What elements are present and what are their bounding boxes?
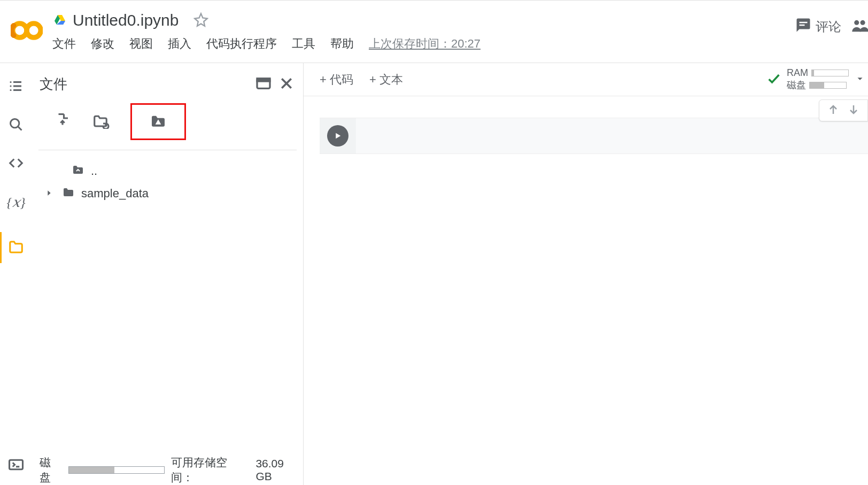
main-area: + 代码 + 文本 RAM 磁盘 [304, 63, 868, 485]
mount-drive-icon[interactable] [148, 112, 168, 131]
folder-label: sample_data [81, 187, 149, 201]
svg-point-1 [27, 24, 41, 37]
svg-rect-14 [10, 460, 23, 469]
left-rail: {𝑥} [0, 63, 32, 485]
variables-icon[interactable]: {𝑥} [6, 194, 25, 211]
disk-label: 磁盘 [40, 455, 62, 485]
menu-view[interactable]: 视图 [129, 36, 153, 52]
main-toolbar: + 代码 + 文本 RAM 磁盘 [304, 63, 868, 96]
connection-status[interactable]: RAM 磁盘 [766, 67, 866, 91]
close-icon[interactable] [278, 75, 294, 93]
parent-folder-row[interactable]: .. [40, 160, 296, 182]
disk-status: 磁盘 可用存储空间： 36.09 GB [32, 451, 303, 485]
new-window-icon[interactable] [255, 75, 272, 94]
upload-file-icon[interactable] [55, 112, 71, 132]
folder-icon [61, 186, 76, 202]
files-icon[interactable] [8, 239, 24, 257]
move-up-icon[interactable] [827, 103, 840, 118]
svg-rect-17 [257, 79, 270, 81]
comment-icon [795, 17, 811, 36]
svg-point-5 [861, 20, 865, 25]
file-panel-title: 文件 [40, 75, 252, 94]
svg-rect-3 [800, 24, 805, 26]
menu-tools[interactable]: 工具 [292, 36, 315, 52]
document-title[interactable]: Untitled0.ipynb [73, 11, 179, 29]
menu-insert[interactable]: 插入 [168, 36, 191, 52]
svg-line-13 [18, 127, 22, 130]
star-icon[interactable] [193, 12, 208, 29]
disk-bar-2 [809, 82, 847, 89]
run-cell-button[interactable] [320, 118, 356, 153]
menu-bar: 文件 修改 视图 插入 代码执行程序 工具 帮助 上次保存时间：20:27 [52, 36, 795, 52]
chevron-right-icon[interactable] [45, 187, 56, 201]
ram-bar [811, 70, 849, 76]
disk-available-label: 可用存储空间： [171, 455, 250, 485]
menu-edit[interactable]: 修改 [91, 36, 114, 52]
share-icon[interactable] [850, 17, 868, 36]
add-text-button[interactable]: + 文本 [369, 72, 403, 88]
ram-label: RAM [787, 67, 808, 79]
folder-up-icon [71, 163, 86, 179]
drive-icon [52, 13, 67, 28]
code-input[interactable] [356, 118, 868, 153]
disk-usage-bar [68, 466, 165, 474]
search-icon[interactable] [9, 117, 24, 134]
mount-drive-highlight [130, 103, 186, 140]
terminal-icon[interactable] [8, 457, 24, 474]
menu-help[interactable]: 帮助 [330, 36, 354, 52]
toc-icon[interactable] [8, 78, 24, 96]
file-panel: 文件 [32, 63, 304, 485]
move-down-icon[interactable] [847, 103, 860, 118]
menu-file[interactable]: 文件 [52, 36, 76, 52]
svg-point-4 [854, 20, 859, 25]
code-snippets-icon[interactable] [8, 155, 24, 173]
chevron-down-icon[interactable] [854, 73, 866, 86]
menu-runtime[interactable]: 代码执行程序 [206, 36, 277, 52]
cell-actions [819, 99, 868, 121]
play-icon [327, 125, 348, 147]
folder-row-sample-data[interactable]: sample_data [40, 182, 296, 205]
save-status[interactable]: 上次保存时间：20:27 [369, 36, 480, 52]
disk-available-value: 36.09 GB [255, 457, 303, 483]
colab-logo-icon [11, 11, 52, 48]
header: Untitled0.ipynb 文件 修改 视图 插入 代码执行程序 工具 帮助… [0, 0, 868, 63]
check-icon [766, 71, 781, 88]
parent-folder-label: .. [91, 164, 97, 178]
comment-button[interactable]: 评论 [795, 17, 841, 36]
comment-label: 评论 [816, 18, 841, 35]
add-code-button[interactable]: + 代码 [320, 72, 353, 88]
file-tree: .. sample_data [32, 150, 303, 214]
file-toolbar [38, 103, 297, 150]
disk-label-2: 磁盘 [787, 79, 806, 91]
code-cell[interactable] [320, 118, 868, 154]
refresh-folder-icon[interactable] [91, 113, 110, 130]
svg-point-12 [11, 119, 19, 128]
svg-rect-2 [800, 21, 808, 23]
